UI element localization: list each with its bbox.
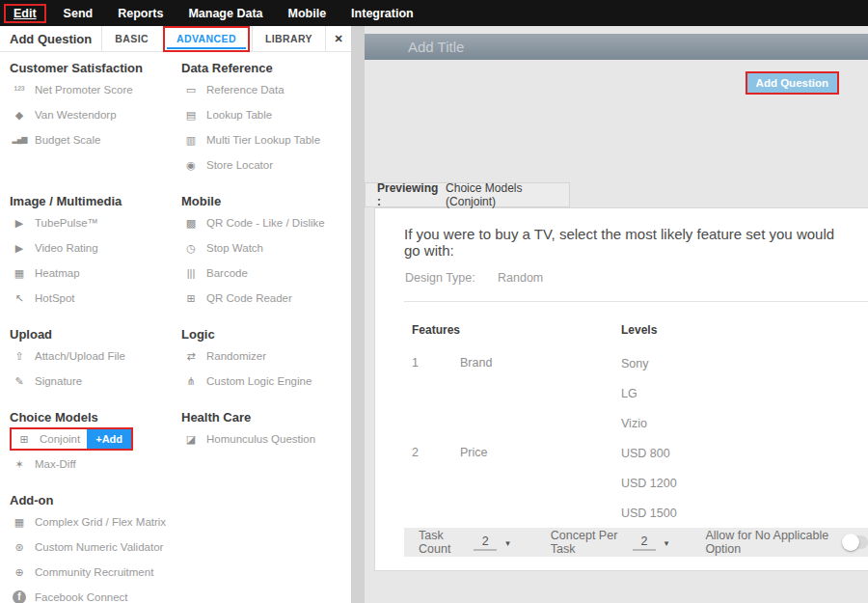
concept-per-task-label: Concept Per Task <box>551 529 624 556</box>
question-type-label: Custom Numeric Validator <box>35 541 163 553</box>
panel-header: Add Question BASIC ADVANCED LIBRARY ✕ <box>0 26 351 52</box>
section-heading: Logic <box>181 324 347 343</box>
question-type-facebook-connect[interactable]: f Facebook Connect <box>10 585 181 603</box>
question-type-heatmap[interactable]: ▦ Heatmap <box>10 260 181 286</box>
question-type-attach-upload-file[interactable]: ⇧ Attach/Upload File <box>10 343 181 369</box>
tab-advanced[interactable]: ADVANCED <box>161 26 252 51</box>
question-type-complex-grid-flex-matrix[interactable]: ▦ Complex Grid / Flex Matrix <box>10 509 181 534</box>
divider <box>404 301 868 302</box>
question-type-signature[interactable]: ✎ Signature <box>10 369 181 394</box>
nav-item-manage-data[interactable]: Manage Data <box>176 7 275 20</box>
question-type-budget-scale[interactable]: ▂▄▆ Budget Scale <box>10 127 181 152</box>
top-nav: Edit Send Reports Manage Data Mobile Int… <box>0 0 868 26</box>
price-tag-icon: ◆ <box>10 110 29 121</box>
question-type-van-westendorp[interactable]: ◆ Van Westendorp <box>10 102 181 127</box>
concept-per-task-value: 2 <box>633 534 656 551</box>
nav-item-mobile[interactable]: Mobile <box>276 7 339 20</box>
level-value: USD 1500 <box>621 498 677 528</box>
section-heading: Mobile <box>181 191 347 210</box>
section-image-multimedia: Image / Multimedia ▶ TubePulse™ ▶ Video … <box>10 191 181 311</box>
chevron-down-icon: ▾ <box>665 538 669 551</box>
question-type-multi-tier-lookup-table[interactable]: ▥ Multi Tier Lookup Table <box>181 127 347 152</box>
question-type-barcode[interactable]: ||| Barcode <box>181 260 347 286</box>
question-type-label: Custom Logic Engine <box>206 375 312 387</box>
question-type-label: Reference Data <box>206 84 285 96</box>
no-applicable-option-label: Allow for No Applicable Option <box>705 529 830 556</box>
question-type-net-promoter-score[interactable]: ¹²³ Net Promoter Score <box>10 77 181 102</box>
stopwatch-icon: ◷ <box>181 243 201 254</box>
panel-title: Add Question <box>0 26 101 51</box>
question-type-label: QR Code Reader <box>206 292 292 304</box>
numeric-validator-icon: ⊛ <box>10 542 29 553</box>
question-type-qr-code-reader[interactable]: ⊞ QR Code Reader <box>181 286 347 311</box>
section-row: Upload ⇧ Attach/Upload File ✎ Signature … <box>10 324 351 394</box>
question-type-lookup-table[interactable]: ▤ Lookup Table <box>181 102 347 127</box>
section-empty <box>181 490 347 603</box>
question-type-label: HotSpot <box>35 292 75 304</box>
nav-item-edit[interactable]: Edit <box>4 4 46 23</box>
task-count-dropdown[interactable]: 2 ▾ <box>474 534 510 551</box>
section-choice-models: Choice Models ⊞ Conjoint +Add ✶ Max-Diff <box>10 407 181 477</box>
section-add-on: Add-on ▦ Complex Grid / Flex Matrix ⊛ Cu… <box>10 490 181 603</box>
conjoint-table-header: Features Levels <box>412 323 868 337</box>
concept-per-task-dropdown[interactable]: 2 ▾ <box>633 534 669 551</box>
question-type-label: Homunculus Question <box>206 433 315 445</box>
section-data-reference: Data Reference ▭ Reference Data ▤ Lookup… <box>181 58 347 178</box>
question-type-label: Facebook Connect <box>35 591 128 603</box>
question-type-community-recruitment[interactable]: ⊕ Community Recruitment <box>10 560 181 585</box>
question-text: If you were to buy a TV, select the most… <box>404 226 839 259</box>
section-customer-satisfaction: Customer Satisfaction ¹²³ Net Promoter S… <box>10 58 181 178</box>
feature-name: Brand <box>460 348 621 438</box>
level-value: USD 800 <box>621 438 677 468</box>
section-heading: Image / Multimedia <box>10 191 181 210</box>
question-type-randomizer[interactable]: ⇄ Randomizer <box>181 343 347 369</box>
question-type-max-diff[interactable]: ✶ Max-Diff <box>10 452 181 477</box>
image-icon: ▦ <box>10 268 29 279</box>
add-question-row: Add Question <box>365 71 868 95</box>
section-health-care: Health Care ◪ Homunculus Question <box>181 407 347 477</box>
section-mobile: Mobile ▩ QR Code - Like / Dislike ◷ Stop… <box>181 191 347 311</box>
nav-item-reports[interactable]: Reports <box>105 7 176 20</box>
question-type-video-rating[interactable]: ▶ Video Rating <box>10 235 181 260</box>
feature-levels: Sony LG Vizio <box>621 348 649 438</box>
question-type-tubepulse[interactable]: ▶ TubePulse™ <box>10 210 181 235</box>
stacked-table-icon: ▥ <box>181 135 201 146</box>
question-type-hotspot[interactable]: ↖ HotSpot <box>10 286 181 311</box>
close-icon[interactable]: ✕ <box>325 26 351 51</box>
question-type-custom-numeric-validator[interactable]: ⊛ Custom Numeric Validator <box>10 534 181 560</box>
preview-tab: Previewing : Choice Models (Conjoint) <box>365 182 570 207</box>
question-type-conjoint-row: ⊞ Conjoint +Add <box>10 425 181 453</box>
question-type-label: Conjoint <box>40 433 80 445</box>
level-value: LG <box>621 378 649 408</box>
preview-tab-prefix: Previewing : <box>377 181 442 208</box>
no-applicable-option-toggle[interactable] <box>844 535 868 549</box>
reference-data-icon: ▭ <box>181 85 201 96</box>
tab-library[interactable]: LIBRARY <box>252 26 325 51</box>
section-heading: Data Reference <box>181 58 347 77</box>
survey-title-placeholder[interactable]: Add Title <box>365 34 868 60</box>
question-type-homunculus-question[interactable]: ◪ Homunculus Question <box>181 426 347 452</box>
question-type-stop-watch[interactable]: ◷ Stop Watch <box>181 235 347 260</box>
question-type-store-locator[interactable]: ◉ Store Locator <box>181 152 347 178</box>
tab-basic[interactable]: BASIC <box>101 26 161 51</box>
design-type-row: Design Type: Random <box>405 271 868 285</box>
section-row: Image / Multimedia ▶ TubePulse™ ▶ Video … <box>10 191 351 311</box>
conjoint-add-button[interactable]: +Add <box>87 429 131 449</box>
question-type-label: Store Locator <box>206 159 273 171</box>
question-type-label: Randomizer <box>206 350 266 362</box>
question-type-conjoint[interactable]: ⊞ Conjoint <box>12 429 87 449</box>
question-type-reference-data[interactable]: ▭ Reference Data <box>181 77 347 102</box>
question-type-custom-logic-engine[interactable]: ⋔ Custom Logic Engine <box>181 369 347 394</box>
question-type-label: Lookup Table <box>206 109 272 121</box>
table-icon: ▤ <box>181 110 201 121</box>
barcode-icon: ||| <box>181 268 201 279</box>
section-heading: Upload <box>10 324 181 343</box>
add-question-button[interactable]: Add Question <box>747 73 837 93</box>
nav-item-integration[interactable]: Integration <box>339 7 426 20</box>
question-type-qr-code-like-dislike[interactable]: ▩ QR Code - Like / Dislike <box>181 210 347 235</box>
nav-item-send[interactable]: Send <box>51 7 106 20</box>
feature-number: 1 <box>412 348 460 438</box>
section-row: Choice Models ⊞ Conjoint +Add ✶ Max-Diff <box>10 407 351 477</box>
features-header: Features <box>412 323 621 337</box>
annotation-box-add-question: Add Question <box>746 71 839 95</box>
